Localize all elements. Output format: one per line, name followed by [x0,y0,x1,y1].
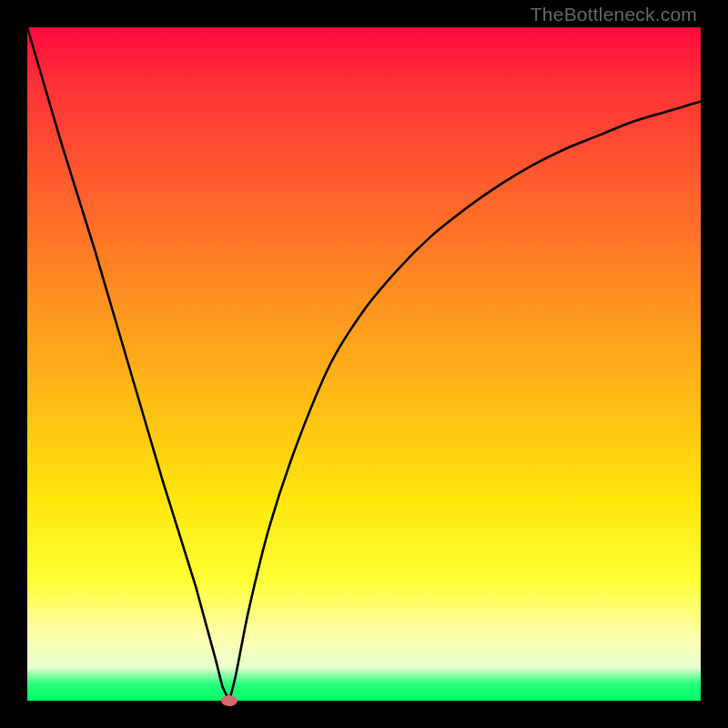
vertex-marker [221,695,238,706]
chart-frame: TheBottleneck.com [0,0,728,728]
plot-area [27,27,701,701]
bottleneck-curve [27,27,701,701]
watermark-text: TheBottleneck.com [531,4,697,25]
